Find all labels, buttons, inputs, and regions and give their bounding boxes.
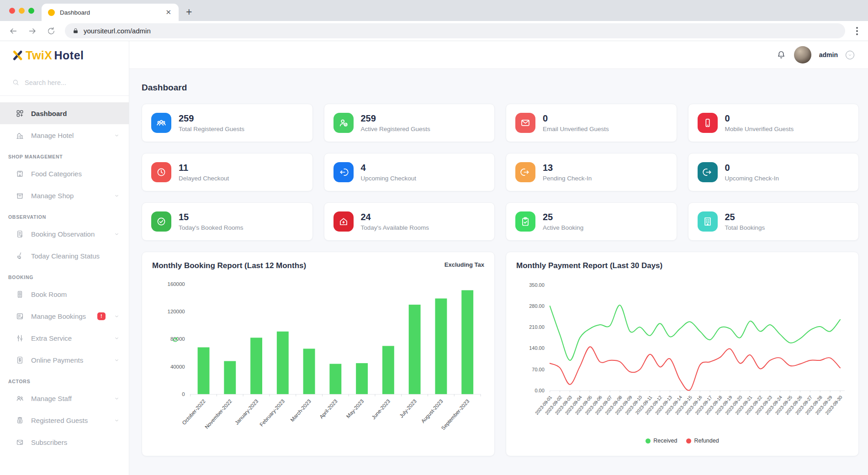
svg-text:80000: 80000 xyxy=(170,336,185,342)
sidebar-item-food-categories[interactable]: Food Categories xyxy=(0,163,129,185)
stat-value: 259 xyxy=(179,113,244,123)
tab-close-icon[interactable]: ✕ xyxy=(164,8,172,16)
stat-label: Mobile Unverified Guests xyxy=(725,126,794,132)
stat-label: Today's Booked Rooms xyxy=(179,224,243,231)
sidebar-item-subscribers[interactable]: Subscribers xyxy=(0,431,129,453)
sidebar-item-today-cleaning-status[interactable]: Today Cleaning Status xyxy=(0,245,129,267)
sidebar-item-extra-service[interactable]: Extra Service xyxy=(0,327,129,349)
stat-label: Total Bookings xyxy=(725,224,765,231)
svg-text:September-2023: September-2023 xyxy=(440,398,471,431)
close-window-button[interactable] xyxy=(9,8,15,14)
extra-service-icon xyxy=(16,334,24,343)
svg-text:July-2023: July-2023 xyxy=(398,398,418,419)
stat-value: 0 xyxy=(725,163,779,173)
chevron-down-icon xyxy=(114,357,120,363)
maximize-window-button[interactable] xyxy=(28,8,34,14)
section-label-booking: BOOKING xyxy=(0,267,129,283)
stat-card-active-booking: 25Active Booking xyxy=(506,202,677,241)
sidebar-item-dashboard[interactable]: Dashboard xyxy=(0,102,129,124)
sidebar-item-manage-hotel[interactable]: Manage Hotel xyxy=(0,124,129,146)
stat-card-total-registered-guests: 259Total Registered Guests xyxy=(142,104,313,142)
payment-line-chart: 350.00280.00210.00140.0070.000.002023-09… xyxy=(516,270,848,439)
chevron-down-icon xyxy=(114,132,120,138)
stat-label: Pending Check-In xyxy=(543,175,592,182)
profile-dropdown-icon[interactable] xyxy=(846,51,854,59)
sidebar-item-booking-observation[interactable]: Booking Observation xyxy=(0,223,129,245)
stat-card-total-bookings: 25Total Bookings xyxy=(688,202,859,241)
shop-icon xyxy=(16,191,24,200)
sidebar-item-label: Manage Shop xyxy=(31,192,74,200)
sidebar-item-online-payments[interactable]: Online Payments xyxy=(0,349,129,371)
section-label-observation: OBSERVATION xyxy=(0,206,129,223)
stat-icon-tile xyxy=(515,162,535,182)
subscribers-icon xyxy=(16,438,24,447)
payment-report-card: Monthly Payment Report (Last 30 Days) 35… xyxy=(506,252,859,456)
stat-label: Active Registered Guests xyxy=(361,126,430,132)
book-room-icon xyxy=(16,290,24,299)
series-line-refunded xyxy=(550,347,840,391)
user-check-icon xyxy=(338,117,349,128)
sidebar-item-label: Booking Observation xyxy=(31,230,95,238)
svg-text:August-2023: August-2023 xyxy=(420,398,444,424)
sidebar-item-registered-guests[interactable]: Registered Guests xyxy=(0,409,129,431)
svg-text:40000: 40000 xyxy=(170,364,185,369)
stats-grid: 259Total Registered Guests259Active Regi… xyxy=(142,104,859,241)
bookings-icon xyxy=(16,312,24,321)
svg-text:0.00: 0.00 xyxy=(535,388,544,393)
legend-item-received[interactable]: Received xyxy=(646,438,677,444)
bar-august-2023 xyxy=(435,299,447,394)
clock-icon xyxy=(156,167,167,178)
sidebar-item-label: Book Room xyxy=(31,290,67,298)
forward-icon[interactable] xyxy=(27,26,37,36)
stat-icon-tile xyxy=(333,211,354,232)
stat-card-today-s-booked-rooms: 15Today's Booked Rooms xyxy=(142,202,313,241)
payment-chart-title: Monthly Payment Report (Last 30 Days) xyxy=(516,261,662,270)
sidebar-item-book-room[interactable]: Book Room xyxy=(0,283,129,305)
stat-icon-tile xyxy=(151,113,171,133)
legend-item-refunded[interactable]: Refunded xyxy=(686,438,719,444)
legend-dot xyxy=(686,438,691,443)
brand-logo[interactable]: TwiXHotel xyxy=(0,41,129,69)
chevron-down-icon xyxy=(114,396,120,401)
sidebar-item-manage-shop[interactable]: Manage Shop xyxy=(0,185,129,206)
notification-bell-icon[interactable] xyxy=(776,50,786,60)
check-circle-icon xyxy=(156,216,167,227)
chevron-down-icon xyxy=(114,193,120,199)
staff-icon xyxy=(16,394,24,403)
payments-icon xyxy=(16,356,24,364)
sidebar-item-manage-staff[interactable]: Manage Staff xyxy=(0,387,129,409)
chevron-down-icon xyxy=(114,313,120,319)
search-input[interactable] xyxy=(25,79,102,86)
svg-text:March-2023: March-2023 xyxy=(289,398,312,422)
address-bar[interactable]: yoursiteurl.com/admin xyxy=(65,23,845,38)
svg-text:November-2022: November-2022 xyxy=(204,398,233,430)
stat-label: Today's Available Rooms xyxy=(361,224,429,231)
bar-february-2023 xyxy=(277,332,289,394)
sidebar-item-label: Dashboard xyxy=(31,110,67,117)
svg-text:January-2023: January-2023 xyxy=(234,398,259,426)
back-icon[interactable] xyxy=(8,26,18,36)
mail-icon xyxy=(520,117,531,128)
browser-menu-icon[interactable] xyxy=(854,25,860,37)
svg-text:210.00: 210.00 xyxy=(529,324,544,330)
sidebar-item-label: Extra Service xyxy=(31,334,72,342)
svg-text:120000: 120000 xyxy=(168,309,185,314)
legend-label: Received xyxy=(653,438,677,444)
bar-july-2023 xyxy=(409,305,421,394)
stat-card-upcoming-check-in: 0Upcoming Check-In xyxy=(688,153,859,191)
stat-value: 4 xyxy=(361,163,417,173)
sidebar-item-manage-bookings[interactable]: Manage Bookings! xyxy=(0,305,129,327)
excluding-tax-label: Excluding Tax xyxy=(445,261,484,268)
browser-tab[interactable]: Dashboard ✕ xyxy=(42,4,179,21)
chevron-down-icon xyxy=(114,231,120,237)
stat-card-today-s-available-rooms: 24Today's Available Rooms xyxy=(324,202,495,241)
new-tab-button[interactable]: + xyxy=(186,7,192,17)
minimize-window-button[interactable] xyxy=(19,8,25,14)
avatar[interactable] xyxy=(794,46,811,63)
stat-label: Upcoming Checkout xyxy=(361,175,417,182)
section-label-actors: ACTORS xyxy=(0,371,129,387)
stat-value: 15 xyxy=(179,212,243,222)
sidebar-item-label: Online Payments xyxy=(31,356,83,364)
stat-card-upcoming-checkout: 4Upcoming Checkout xyxy=(324,153,495,191)
reload-icon[interactable] xyxy=(47,26,56,36)
